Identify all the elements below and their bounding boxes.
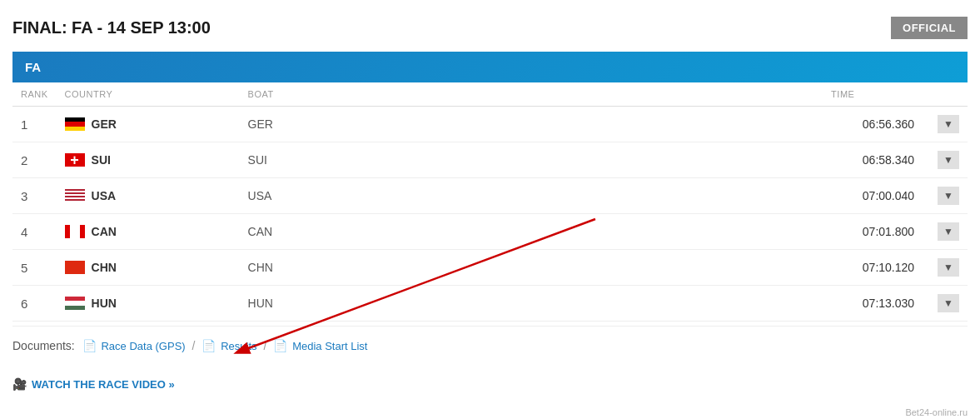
doc-pdf-icon-1: 📄: [82, 339, 97, 352]
time-cell: 07:10.120: [823, 250, 923, 286]
col-boat: BOAT: [240, 82, 406, 107]
expand-button[interactable]: ▼: [938, 115, 959, 133]
time-value: 06:56.360: [863, 117, 914, 131]
country-cell: GER: [57, 107, 240, 142]
flag-icon: [65, 189, 85, 202]
race-data-link[interactable]: Race Data (GPS): [101, 340, 185, 352]
country-cell: HUN: [57, 286, 240, 322]
country-cell: SUI: [57, 142, 240, 178]
col-time: TIME: [823, 82, 923, 107]
time-value: 07:00.040: [863, 189, 914, 202]
expand-cell[interactable]: ▼: [923, 107, 968, 142]
time-value: 07:10.120: [863, 261, 914, 274]
separator-1: /: [192, 339, 196, 352]
expand-cell[interactable]: ▼: [923, 178, 968, 214]
table-row: 3USAUSA07:00.040▼: [12, 178, 968, 214]
flag-icon: [65, 117, 85, 131]
expand-button[interactable]: ▼: [938, 258, 959, 277]
boat-cell: CHN: [240, 250, 406, 286]
section-label: FA: [25, 60, 41, 74]
rank-cell: 1: [12, 107, 57, 142]
col-country: COUNTRY: [57, 82, 240, 107]
boat-cell: CAN: [240, 214, 406, 250]
country-code: HUN: [92, 297, 117, 310]
doc-pdf-icon-3: 📄: [273, 339, 287, 352]
boat-cell: GER: [240, 107, 406, 142]
expand-cell[interactable]: ▼: [923, 286, 968, 322]
time-cell: 07:13.030: [823, 286, 923, 322]
results-table-container: RANK COUNTRY BOAT TIME 1GERGER06:56.360▼…: [12, 82, 968, 322]
expand-button[interactable]: ▼: [938, 187, 959, 205]
expand-cell[interactable]: ▼: [923, 250, 968, 286]
flag-icon: [65, 153, 85, 167]
time-value: 07:01.800: [863, 225, 914, 238]
country-cell: CAN: [57, 214, 240, 250]
boat-cell: USA: [240, 178, 406, 214]
spacer-cell: [406, 178, 823, 214]
expand-cell[interactable]: ▼: [923, 214, 968, 250]
media-start-list-link[interactable]: Media Start List: [292, 340, 367, 352]
table-row: 1GERGER06:56.360▼: [12, 107, 968, 142]
time-cell: 06:56.360: [823, 107, 923, 142]
separator-2: /: [263, 339, 266, 352]
expand-cell[interactable]: ▼: [923, 142, 968, 178]
time-value: 07:13.030: [863, 297, 914, 310]
section-header: FA: [12, 52, 968, 82]
time-cell: 06:58.340: [823, 142, 923, 178]
boat-cell: HUN: [240, 286, 406, 322]
country-code: USA: [92, 189, 117, 202]
country-code: GER: [92, 117, 117, 131]
table-row: 5CHNCHN07:10.120▼: [12, 250, 968, 286]
rank-cell: 6: [12, 286, 57, 322]
spacer-cell: [406, 286, 823, 322]
results-table: RANK COUNTRY BOAT TIME 1GERGER06:56.360▼…: [12, 82, 968, 322]
table-row: 4CANCAN07:01.800▼: [12, 214, 968, 250]
video-section: 🎥 WATCH THE RACE VIDEO »: [12, 361, 968, 403]
time-value: 06:58.340: [863, 153, 914, 167]
expand-button[interactable]: ▼: [938, 222, 959, 241]
spacer-cell: [406, 250, 823, 286]
rank-cell: 4: [12, 214, 57, 250]
time-cell: 07:00.040: [823, 178, 923, 214]
rank-cell: 3: [12, 178, 57, 214]
country-cell: USA: [57, 178, 240, 214]
spacer-cell: [406, 214, 823, 250]
table-row: 6HUNHUN07:13.030▼: [12, 286, 968, 322]
spacer-cell: [406, 107, 823, 142]
rank-cell: 2: [12, 142, 57, 178]
flag-icon: [65, 225, 85, 238]
camera-icon: 🎥: [12, 377, 27, 391]
watch-video-link[interactable]: 🎥 WATCH THE RACE VIDEO »: [12, 377, 175, 391]
country-code: CHN: [92, 261, 117, 274]
results-link[interactable]: Results: [221, 340, 256, 352]
doc-pdf-icon-2: 📄: [201, 339, 216, 352]
col-spacer: [406, 82, 823, 107]
expand-button[interactable]: ▼: [938, 294, 959, 312]
spacer-cell: [406, 142, 823, 178]
boat-cell: SUI: [240, 142, 406, 178]
country-code: CAN: [92, 225, 117, 238]
col-rank: RANK: [12, 82, 57, 107]
time-cell: 07:01.800: [823, 214, 923, 250]
documents-label: Documents:: [12, 339, 75, 352]
country-code: SUI: [92, 153, 111, 167]
video-link-label: WATCH THE RACE VIDEO »: [32, 378, 175, 391]
col-expand: [923, 82, 968, 107]
page-title: FINAL: FA - 14 SEP 13:00: [12, 18, 211, 37]
rank-cell: 5: [12, 250, 57, 286]
documents-section: Documents: 📄 Race Data (GPS) / 📄 Results…: [12, 326, 968, 361]
official-badge: OFFICIAL: [891, 17, 968, 39]
expand-button[interactable]: ▼: [938, 151, 959, 169]
table-row: 2SUISUI06:58.340▼: [12, 142, 968, 178]
flag-icon: [65, 297, 85, 310]
watermark: Bet24-online.ru: [12, 403, 968, 419]
country-cell: CHN: [57, 250, 240, 286]
flag-icon: [65, 261, 85, 274]
